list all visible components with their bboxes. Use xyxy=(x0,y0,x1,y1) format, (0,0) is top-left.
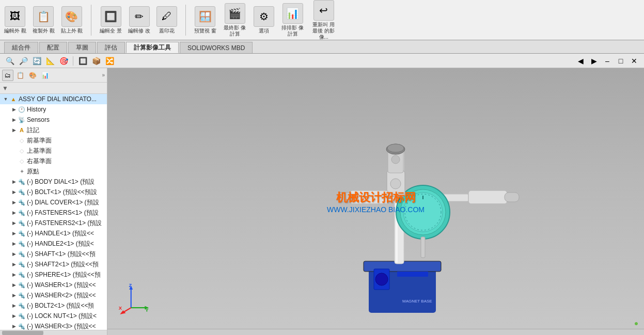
package-icon[interactable]: 📦 xyxy=(90,55,102,67)
root-expander[interactable]: ▼ xyxy=(2,95,9,103)
tree-item-top-plane[interactable]: ◇ 上基準面 xyxy=(0,146,107,156)
bolt2-expander[interactable]: ▶ xyxy=(10,302,18,309)
handle1-expander[interactable]: ▶ xyxy=(10,230,18,237)
svg-text:MAGNET BASE: MAGNET BASE xyxy=(402,299,432,304)
tab-drawing[interactable]: 草圖 xyxy=(68,42,96,53)
bolt2-icon: 🔩 xyxy=(18,301,26,310)
dial-cover-expander[interactable]: ▶ xyxy=(10,199,18,206)
tab-assembly[interactable]: 組合件 xyxy=(4,42,38,53)
panel-horizontal-scrollbar[interactable] xyxy=(0,330,107,335)
toolbar-arrange-render[interactable]: 📊 排排影 像計算 xyxy=(280,3,305,37)
shaft2-icon: 🔩 xyxy=(18,260,26,268)
sensors-expander[interactable]: ▶ xyxy=(10,116,18,123)
minimize-icon[interactable]: – xyxy=(602,55,613,67)
fasteners2-label: (-) FASTENERS2<1> (預設 xyxy=(27,219,102,228)
tree-item-bolt2[interactable]: ▶ 🔩 (-) BOLT2<1> (預設<<預 xyxy=(0,300,107,311)
handle2-expander[interactable]: ▶ xyxy=(10,240,18,247)
tree-item-washer1[interactable]: ▶ 🔩 (-) WASHER<1> (預設<< xyxy=(0,280,107,290)
tree-item-sphere1[interactable]: ▶ 🔩 (-) SPHERE<1> (預設<<預 xyxy=(0,269,107,280)
bolt1-expander[interactable]: ▶ xyxy=(10,188,18,196)
scrollbar-thumb[interactable] xyxy=(2,331,43,335)
note-expander[interactable]: ▶ xyxy=(10,126,18,134)
tree-item-washer3[interactable]: ▶ 🔩 (-) WASHER<3> (預設<< xyxy=(0,321,107,330)
note-icon: A xyxy=(18,126,26,134)
panel-icon-properties[interactable]: 📋 xyxy=(14,70,26,81)
lock-nut-expander[interactable]: ▶ xyxy=(10,312,18,320)
washer1-expander[interactable]: ▶ xyxy=(10,281,18,289)
tree-item-note[interactable]: ▶ A 註記 xyxy=(0,125,107,135)
shuffle-icon[interactable]: 🔀 xyxy=(104,55,115,67)
fasteners2-expander[interactable]: ▶ xyxy=(10,219,18,227)
tree-item-handle1[interactable]: ▶ 🔩 (-) HANDLE<1> (預設<< xyxy=(0,228,107,238)
body-dial-expander[interactable]: ▶ xyxy=(10,178,18,185)
washer2-expander[interactable]: ▶ xyxy=(10,292,18,299)
close-icon[interactable]: ✕ xyxy=(629,55,640,67)
main-area: 🗂 📋 🎨 📊 » ▼ ▼ ▲ ASSY OF DIAL INDICATO...… xyxy=(0,68,644,335)
toolbar-stamp[interactable]: 🖊 蓋印花 xyxy=(156,6,177,34)
tab-evaluate[interactable]: 評估 xyxy=(97,42,125,53)
tree-item-dial-cover[interactable]: ▶ 🔩 (-) DIAL COVER<1> (預設 xyxy=(0,197,107,208)
viewport-3d[interactable]: MAGNET BASE xyxy=(107,68,644,335)
paste-appearance-icon: 🎨 xyxy=(61,6,82,27)
panel-right-icon[interactable]: ▶ xyxy=(588,55,600,67)
tree-item-sensors[interactable]: ▶ 📡 Sensors xyxy=(0,115,107,125)
rotate-icon[interactable]: 🔄 xyxy=(31,55,42,67)
tree-item-body-dial[interactable]: ▶ 🔩 (-) BODY DIAL<1> (預設 xyxy=(0,177,107,187)
secondary-toolbar-right: ◀ ▶ – □ ✕ xyxy=(575,55,640,67)
tree-item-fasteners2[interactable]: ▶ 🔩 (-) FASTENERS2<1> (預設 xyxy=(0,218,107,228)
shaft2-expander[interactable]: ▶ xyxy=(10,261,18,268)
paste-appearance-label: 貼上外 觀 xyxy=(61,28,83,34)
tree-item-history[interactable]: ▶ 🕐 History xyxy=(0,104,107,115)
tree-item-lock-nut[interactable]: ▶ 🔩 (-) LOCK NUT<1> (預設< xyxy=(0,311,107,321)
sphere1-expander[interactable]: ▶ xyxy=(10,271,18,278)
history-expander[interactable]: ▶ xyxy=(10,106,18,113)
tree-item-root[interactable]: ▼ ▲ ASSY OF DIAL INDICATO... xyxy=(0,94,107,104)
tree-item-shaft1[interactable]: ▶ 🔩 (-) SHAFT<1> (預設<<預 xyxy=(0,249,107,259)
fasteners1-expander[interactable]: ▶ xyxy=(10,209,18,216)
svg-text:Y: Y xyxy=(145,307,149,313)
tree-item-origin[interactable]: ✦ 原點 xyxy=(0,166,107,177)
box-icon[interactable]: 🔲 xyxy=(77,55,88,67)
tree-item-front-plane[interactable]: ◇ 前基準面 xyxy=(0,135,107,146)
toolbar-edit-appearance[interactable]: 🖼 編輯外 觀 xyxy=(4,6,26,34)
toolbar-edit-modify[interactable]: ✏ 編輯修 改 xyxy=(128,6,150,34)
panel-icon-data[interactable]: 📊 xyxy=(39,70,51,81)
tree-item-bolt1[interactable]: ▶ 🔩 (-) BOLT<1> (預設<<預設 xyxy=(0,187,107,197)
restore-icon[interactable]: □ xyxy=(615,55,626,67)
tab-config[interactable]: 配置 xyxy=(39,42,67,53)
toolbar-paste-appearance[interactable]: 🎨 貼上外 觀 xyxy=(61,6,83,34)
status-ok-icon: ● xyxy=(631,317,642,329)
feature-tree[interactable]: ▼ ▲ ASSY OF DIAL INDICATO... ▶ 🕐 History… xyxy=(0,94,107,330)
panel-icon-tree[interactable]: 🗂 xyxy=(2,70,13,81)
svg-rect-20 xyxy=(505,193,519,202)
final-render-label: 最終影 像計算 xyxy=(223,25,247,37)
tree-item-shaft2[interactable]: ▶ 🔩 (-) SHAFT2<1> (預設<<預 xyxy=(0,259,107,269)
toolbar-copy-appearance[interactable]: 📋 複製外 觀 xyxy=(33,6,55,34)
toolbar-preview-window[interactable]: 🪟 預覽視 窗 xyxy=(194,6,216,34)
tab-bar: 組合件 配置 草圖 評估 計算影像工具 SOLIDWORKS MBD xyxy=(0,40,644,54)
tab-render-tools[interactable]: 計算影像工具 xyxy=(126,42,179,53)
target-icon[interactable]: 🎯 xyxy=(58,55,69,67)
tab-solidworks-mbd[interactable]: SOLIDWORKS MBD xyxy=(180,42,253,53)
zoom-in-icon[interactable]: 🔎 xyxy=(18,55,29,67)
tree-item-handle2[interactable]: ▶ 🔩 (-) HANDLE2<1> (預設< xyxy=(0,238,107,249)
viewport-scrollbar[interactable] xyxy=(107,329,644,335)
tree-item-fasteners1[interactable]: ▶ 🔩 (-) FASTENERS<1> (預設 xyxy=(0,208,107,218)
tree-item-washer2[interactable]: ▶ 🔩 (-) WASHER<2> (預設<< xyxy=(0,290,107,300)
zoom-fit-icon[interactable]: 🔍 xyxy=(4,55,15,67)
shaft1-expander[interactable]: ▶ xyxy=(10,250,18,258)
note-label: 註記 xyxy=(27,126,39,135)
panel-left-icon[interactable]: ◀ xyxy=(575,55,586,67)
tree-item-right-plane[interactable]: ◇ 右基準面 xyxy=(0,156,107,166)
toolbar-edit-all[interactable]: 🔲 編輯全 景 xyxy=(100,6,122,34)
toolbar-final-render[interactable]: 🎬 最終影 像計算 xyxy=(223,3,247,37)
panel-icon-appearance[interactable]: 🎨 xyxy=(27,70,38,81)
toolbar-options[interactable]: ⚙ 選項 xyxy=(254,6,274,34)
washer3-expander[interactable]: ▶ xyxy=(10,323,18,330)
washer2-icon: 🔩 xyxy=(18,291,26,299)
washer3-icon: 🔩 xyxy=(18,322,26,330)
panel-expand-button[interactable]: » xyxy=(102,72,105,78)
measure-icon[interactable]: 📐 xyxy=(44,55,56,67)
toolbar-recall-last[interactable]: ↩ 重新叫 用最後 的影像... xyxy=(311,0,336,40)
edit-modify-icon: ✏ xyxy=(129,6,150,27)
